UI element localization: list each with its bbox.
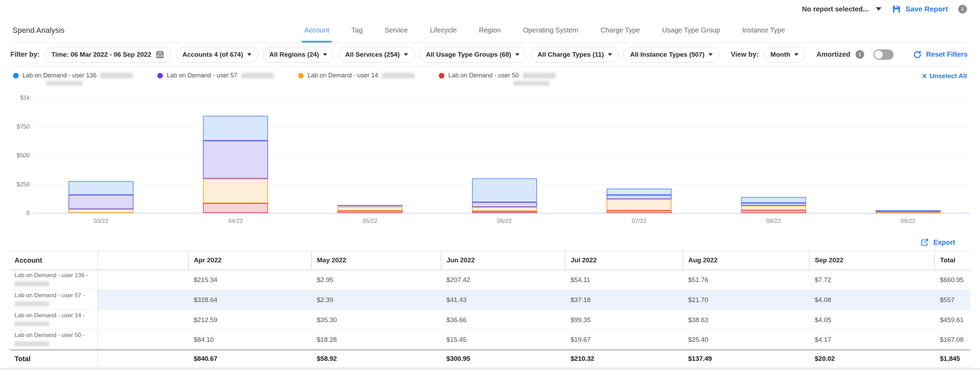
- bar-segment-lab-on-demand-user-50[interactable]: [472, 211, 537, 213]
- bar-segment-lab-on-demand-user-136[interactable]: [203, 116, 268, 141]
- bar-segment-lab-on-demand-user-14[interactable]: [741, 206, 806, 210]
- bar-segment-lab-on-demand-user-50[interactable]: [741, 210, 806, 213]
- x-axis-tick-label: 03/22: [80, 218, 122, 225]
- tab-instance-type[interactable]: Instance Type: [742, 26, 785, 34]
- bar-segment-lab-on-demand-user-136[interactable]: [68, 181, 134, 195]
- account-id-redacted: [14, 340, 97, 348]
- bar-segment-lab-on-demand-user-50[interactable]: [606, 211, 671, 213]
- bar-segment-lab-on-demand-user-50[interactable]: [203, 203, 268, 213]
- y-axis-tick-label: 0: [10, 210, 30, 217]
- filter-pill-label: All Services (254): [345, 51, 399, 59]
- export-button[interactable]: Export: [0, 233, 980, 251]
- tab-operating-system[interactable]: Operating System: [523, 26, 578, 34]
- gridline: [33, 155, 970, 155]
- report-selector-dropdown[interactable]: No report selected...: [802, 5, 881, 13]
- time-range-value: Time: 06 Mar 2022 - 06 Sep 2022: [51, 51, 151, 59]
- cell-spacer: [97, 350, 188, 367]
- export-label: Export: [933, 238, 955, 246]
- amortized-info-icon[interactable]: i: [856, 50, 864, 59]
- account-cell: Lab on Demand - user 14 -: [10, 310, 97, 330]
- filter-pill-accounts-4-of-674-[interactable]: Accounts 4 (of 674): [176, 47, 258, 63]
- legend-item[interactable]: Lab on Demand - user 57: [158, 72, 274, 79]
- bar-segment-lab-on-demand-user-57[interactable]: [203, 141, 268, 179]
- redacted-text: [14, 341, 49, 346]
- legend-dot-icon: [13, 73, 19, 78]
- filter-pill-all-instance-types-507-[interactable]: All Instance Types (507): [624, 47, 719, 63]
- value-cell: $51.76: [682, 270, 809, 290]
- reset-filters-button[interactable]: Reset Filters: [913, 50, 967, 59]
- filter-dropdowns: Accounts 4 (of 674)All Regions (24)All S…: [176, 47, 720, 63]
- spend-bar-chart: $1k$750$500$250003/2204/2205/2206/2207/2…: [10, 93, 970, 233]
- y-axis-tick-label: $1k: [10, 94, 30, 101]
- view-by-pill[interactable]: Month: [764, 47, 805, 63]
- value-cell: $19.67: [565, 330, 682, 350]
- account-name: Lab on Demand - user 136 -: [14, 271, 97, 279]
- table-row[interactable]: Lab on Demand - user 136 -$215.34$2.95$2…: [10, 270, 970, 290]
- info-icon[interactable]: i: [958, 5, 967, 13]
- redacted-text: [14, 301, 49, 306]
- legend-item[interactable]: Lab on Demand - user 14: [298, 72, 415, 79]
- tab-service[interactable]: Service: [385, 26, 408, 34]
- bar-segment-lab-on-demand-user-57[interactable]: [68, 195, 134, 209]
- tabs: AccountTagServiceLifecycleRegionOperatin…: [304, 18, 785, 43]
- chevron-down-icon: [794, 53, 799, 56]
- tab-usage-type-group[interactable]: Usage Type Group: [662, 26, 720, 34]
- filter-pill-all-services-254-[interactable]: All Services (254): [339, 47, 414, 63]
- account-name: Lab on Demand - user 14 -: [14, 312, 97, 319]
- bar-segment-lab-on-demand-user-14[interactable]: [606, 199, 671, 211]
- bar-segment-lab-on-demand-user-136[interactable]: [741, 197, 806, 203]
- bar-segment-lab-on-demand-user-136[interactable]: [472, 178, 537, 202]
- save-report-button[interactable]: Save Report: [892, 5, 948, 14]
- value-cell: $459.61: [934, 310, 970, 330]
- column-header-may-2022: May 2022: [311, 251, 441, 270]
- bar-segment-lab-on-demand-user-14[interactable]: [337, 207, 402, 211]
- unselect-all-button[interactable]: × Unselect All: [922, 72, 967, 80]
- amortized-toggle[interactable]: [873, 49, 894, 60]
- bar-segment-lab-on-demand-user-136[interactable]: [606, 189, 671, 195]
- y-axis-tick-label: $250: [10, 181, 30, 188]
- close-icon: ×: [922, 72, 927, 80]
- filter-pill-label: All Usage Type Groups (68): [426, 51, 511, 59]
- export-icon: [920, 238, 929, 247]
- time-range-pill[interactable]: Time: 06 Mar 2022 - 06 Sep 2022: [45, 47, 170, 63]
- tab-account[interactable]: Account: [304, 26, 329, 34]
- table-row[interactable]: Lab on Demand - user 50 -$84.10$18.28$15…: [10, 330, 970, 350]
- bar-segment-lab-on-demand-user-57[interactable]: [472, 202, 537, 207]
- filter-bar: Filter by: Time: 06 Mar 2022 - 06 Sep 20…: [10, 43, 970, 67]
- total-value-cell: $300.95: [441, 350, 565, 367]
- bar-segment-lab-on-demand-user-14[interactable]: [203, 179, 268, 203]
- table-row[interactable]: Lab on Demand - user 14 -$212.59$35.30$3…: [10, 310, 970, 330]
- gridline: [33, 97, 970, 98]
- title-row: Spend Analysis AccountTagServiceLifecycl…: [10, 18, 970, 43]
- value-cell: $215.34: [188, 270, 311, 290]
- bar-segment-lab-on-demand-user-50[interactable]: [337, 211, 402, 213]
- tab-tag[interactable]: Tag: [352, 26, 363, 34]
- redacted-text: [513, 81, 549, 86]
- total-label-cell: Total: [10, 350, 97, 367]
- account-id-redacted: [14, 320, 97, 328]
- table-row[interactable]: Lab on Demand - user 57 -$328.64$2.39$41…: [10, 290, 970, 310]
- reset-filters-label: Reset Filters: [926, 51, 967, 59]
- bar-segment-lab-on-demand-user-14[interactable]: [68, 209, 134, 213]
- bar-segment-lab-on-demand-user-14[interactable]: [472, 207, 537, 211]
- bar-segment-lab-on-demand-user-136[interactable]: [875, 210, 940, 211]
- calendar-icon: [156, 50, 164, 59]
- bar-segment-lab-on-demand-user-57[interactable]: [606, 195, 671, 199]
- tab-region[interactable]: Region: [479, 26, 501, 34]
- legend-item[interactable]: Lab on Demand - user 50: [439, 72, 555, 79]
- tab-lifecycle[interactable]: Lifecycle: [430, 26, 457, 34]
- filter-pill-all-regions-24-[interactable]: All Regions (24): [263, 47, 334, 63]
- filter-pill-all-charge-types-11-[interactable]: All Charge Types (11): [531, 47, 619, 63]
- value-cell: $7.72: [809, 270, 934, 290]
- bar-segment-lab-on-demand-user-136[interactable]: [337, 205, 402, 206]
- cell-spacer: [97, 310, 188, 330]
- total-value-cell: $1,845: [934, 350, 970, 367]
- legend-item[interactable]: Lab on Demand - user 136: [13, 72, 133, 79]
- filter-pill-all-usage-type-groups-68-[interactable]: All Usage Type Groups (68): [420, 47, 526, 63]
- value-cell: $207.42: [441, 270, 565, 290]
- account-cell: Lab on Demand - user 136 -: [10, 270, 97, 290]
- column-header-jul-2022: Jul 2022: [565, 251, 682, 270]
- redacted-text: [14, 281, 49, 286]
- bar-segment-lab-on-demand-user-57[interactable]: [741, 203, 806, 205]
- tab-charge-type[interactable]: Charge Type: [601, 26, 640, 34]
